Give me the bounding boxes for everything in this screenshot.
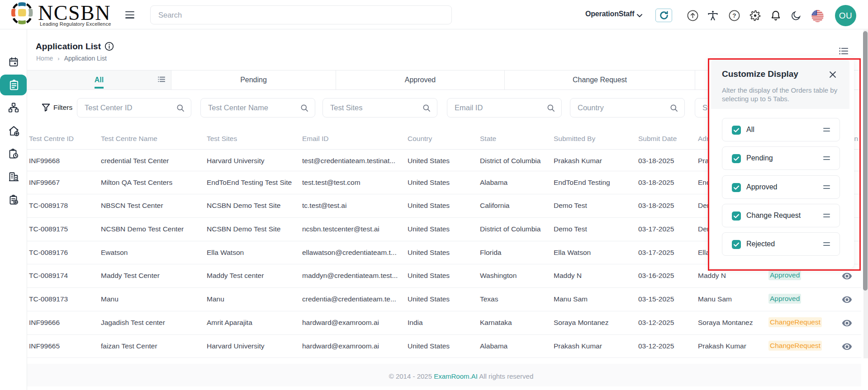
svg-text:?: ? [732,12,736,19]
